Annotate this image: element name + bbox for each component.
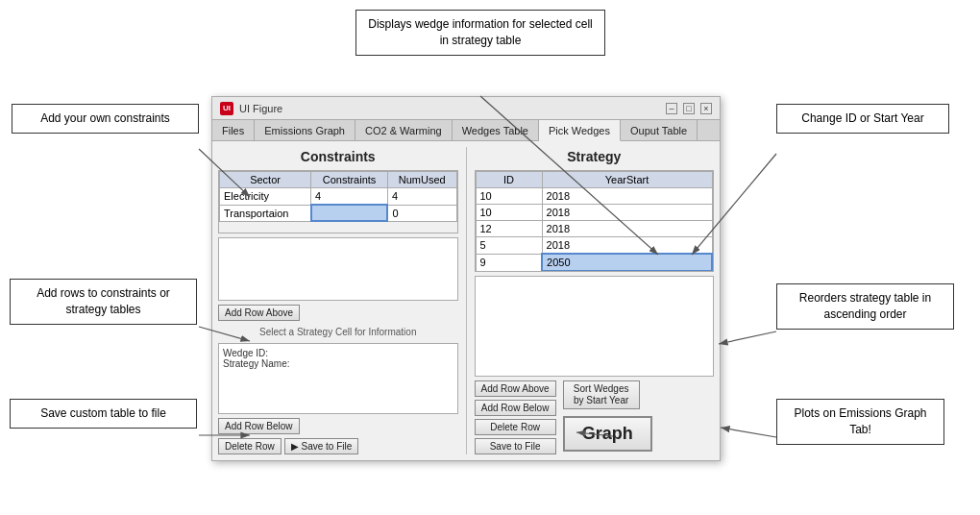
strategy-add-row-above-button[interactable]: Add Row Above xyxy=(475,380,556,397)
col-constraints: Constraints xyxy=(311,172,388,188)
save-table-annotation: Save custom table to file xyxy=(10,399,197,429)
table-row[interactable]: Electricity 4 4 xyxy=(220,188,457,206)
cell-id[interactable]: 10 xyxy=(476,205,542,221)
table-row[interactable]: Transportaion 0 xyxy=(220,205,457,221)
maximize-button[interactable]: □ xyxy=(683,103,695,114)
cell-yearstart-selected[interactable]: 2050 xyxy=(542,254,712,271)
select-info-label: Select a Strategy Cell for Information xyxy=(218,325,458,339)
reorders-arrow xyxy=(719,331,776,344)
graph-button[interactable]: Graph xyxy=(563,416,652,452)
strategy-table: ID YearStart 10 2018 10 2018 xyxy=(476,171,714,272)
change-id-annotation: Change ID or Start Year xyxy=(776,104,949,134)
cell-id[interactable]: 5 xyxy=(476,237,542,255)
col-yearstart: YearStart xyxy=(542,172,712,188)
tab-wedges-table[interactable]: Wedges Table xyxy=(453,120,539,140)
cell-id[interactable]: 10 xyxy=(476,188,542,205)
title-bar: UI UI Figure – □ × xyxy=(212,97,720,120)
strategy-empty-area xyxy=(475,276,715,378)
tab-pick-wedges[interactable]: Pick Wedges xyxy=(539,120,621,141)
col-numused: NumUsed xyxy=(387,172,456,188)
title-bar-left: UI UI Figure xyxy=(220,102,282,115)
sort-wedges-button[interactable]: Sort Wedges by Start Year xyxy=(563,380,640,409)
col-id: ID xyxy=(476,172,542,188)
strategy-name-label: Strategy Name: xyxy=(223,358,453,369)
plots-arrow xyxy=(721,428,776,437)
constraints-delete-save: Delete Row ▶ Save to File xyxy=(218,438,458,454)
app-icon: UI xyxy=(220,102,233,115)
table-row[interactable]: 5 2018 xyxy=(476,237,712,255)
wedge-id-label: Wedge ID: xyxy=(223,348,453,358)
add-rows-annotation: Add rows to constraints or strategy tabl… xyxy=(10,279,197,325)
cell-constraints-selected[interactable] xyxy=(311,205,388,221)
strategy-table-wrapper: ID YearStart 10 2018 10 2018 xyxy=(475,170,715,272)
title-bar-controls: – □ × xyxy=(666,103,712,114)
cell-numused[interactable]: 0 xyxy=(387,205,456,221)
content-area: Constraints Sector Constraints NumUsed E… xyxy=(212,141,720,460)
col-sector: Sector xyxy=(220,172,311,188)
add-constraints-annotation: Add your own constraints xyxy=(12,104,199,134)
constraints-title: Constraints xyxy=(218,147,458,166)
cell-id[interactable]: 9 xyxy=(476,254,542,271)
tab-bar: Files Emissions Graph CO2 & Warming Wedg… xyxy=(212,120,720,141)
cell-sector[interactable]: Electricity xyxy=(220,188,311,206)
strategy-title: Strategy xyxy=(475,147,715,166)
table-row[interactable]: 10 2018 xyxy=(476,188,712,205)
cell-yearstart[interactable]: 2018 xyxy=(542,237,712,255)
tab-files[interactable]: Files xyxy=(212,120,255,140)
tab-output-table[interactable]: Ouput Table xyxy=(621,120,698,140)
constraints-panel: Constraints Sector Constraints NumUsed E… xyxy=(218,147,458,454)
cell-yearstart[interactable]: 2018 xyxy=(542,188,712,205)
reorders-annotation: Reorders strategy table in ascending ord… xyxy=(776,283,954,330)
cell-constraints[interactable]: 4 xyxy=(311,188,388,206)
strategy-delete-row-button[interactable]: Delete Row xyxy=(475,419,556,435)
cell-yearstart[interactable]: 2018 xyxy=(542,221,712,237)
tab-co2-warming[interactable]: CO2 & Warming xyxy=(355,120,453,140)
constraints-table-wrapper: Sector Constraints NumUsed Electricity 4… xyxy=(218,170,458,233)
constraints-empty-area xyxy=(218,237,458,301)
strategy-left-col-buttons: Add Row Above Add Row Below Delete Row S… xyxy=(475,380,556,454)
strategy-right-col-buttons: Sort Wedges by Start Year Graph xyxy=(563,380,652,452)
ui-window: UI UI Figure – □ × Files Emissions Graph… xyxy=(211,96,721,461)
table-row[interactable]: 9 2050 xyxy=(476,254,712,271)
strategy-top-btn-row: Add Row Above Add Row Below Delete Row S… xyxy=(475,380,715,454)
wedge-info-area: Wedge ID: Strategy Name: xyxy=(218,343,458,414)
constraints-delete-row-button[interactable]: Delete Row xyxy=(218,438,282,454)
wedge-info-annotation: Displays wedge information for selected … xyxy=(355,10,605,56)
constraints-save-to-file-button[interactable]: ▶ Save to File xyxy=(284,438,359,454)
strategy-add-row-below-button[interactable]: Add Row Below xyxy=(475,400,556,416)
panel-divider xyxy=(466,147,467,454)
strategy-buttons: Add Row Above Add Row Below Delete Row S… xyxy=(475,380,715,454)
constraints-buttons: Add Row Above xyxy=(218,305,458,321)
cell-yearstart[interactable]: 2018 xyxy=(542,205,712,221)
constraints-lower-buttons: Add Row Below xyxy=(218,418,458,434)
strategy-panel: Strategy ID YearStart 10 2018 xyxy=(475,147,715,454)
table-row[interactable]: 12 2018 xyxy=(476,221,712,237)
tab-emissions-graph[interactable]: Emissions Graph xyxy=(255,120,355,140)
cell-numused[interactable]: 4 xyxy=(387,188,456,206)
constraints-table: Sector Constraints NumUsed Electricity 4… xyxy=(219,171,457,222)
close-button[interactable]: × xyxy=(700,103,712,114)
strategy-save-to-file-button[interactable]: Save to File xyxy=(475,438,556,454)
plots-annotation: Plots on Emissions Graph Tab! xyxy=(776,399,944,445)
table-row[interactable]: 10 2018 xyxy=(476,205,712,221)
minimize-button[interactable]: – xyxy=(666,103,677,114)
constraints-add-row-above-button[interactable]: Add Row Above xyxy=(218,305,300,321)
constraints-add-row-below-button[interactable]: Add Row Below xyxy=(218,418,300,434)
cell-id[interactable]: 12 xyxy=(476,221,542,237)
window-title: UI Figure xyxy=(239,103,282,114)
cell-sector[interactable]: Transportaion xyxy=(220,205,311,221)
